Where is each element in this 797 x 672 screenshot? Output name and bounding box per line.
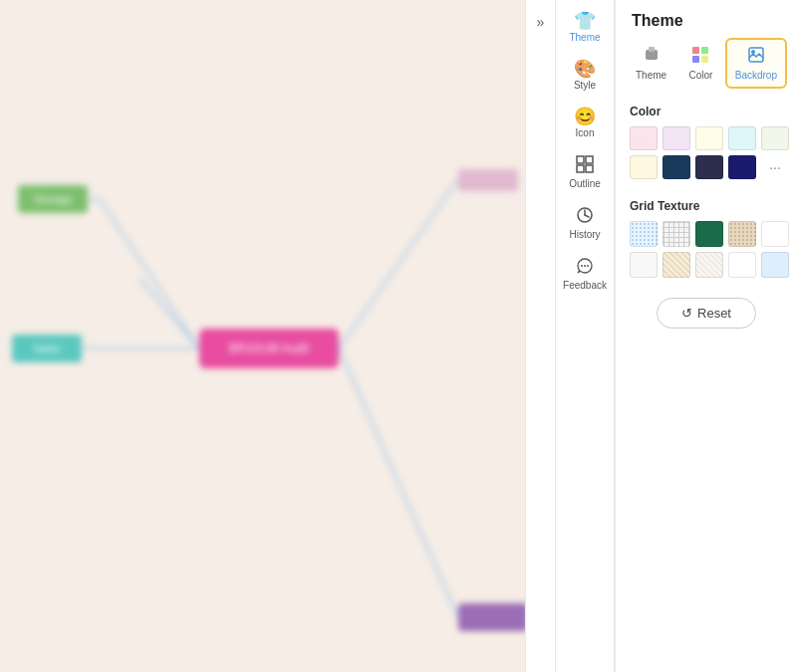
tab-theme-label: Theme <box>636 70 666 81</box>
canvas-area: BR10148 Audit Storage Sales <box>0 0 525 672</box>
tab-color-icon <box>691 46 709 68</box>
svg-rect-21 <box>692 56 699 63</box>
svg-rect-19 <box>692 47 699 54</box>
tab-backdrop-label: Backdrop <box>735 70 777 81</box>
reset-button[interactable]: ↺ Reset <box>657 298 756 329</box>
tab-theme-icon <box>643 46 661 68</box>
color-section: Color ··· <box>616 97 797 191</box>
texture-swatch-grid[interactable] <box>663 221 690 247</box>
outline-icon <box>576 155 594 176</box>
collapse-icon: » <box>537 14 545 30</box>
svg-rect-22 <box>701 56 708 63</box>
sidebar-item-theme[interactable]: 👕 Theme <box>557 4 613 50</box>
storage-node[interactable]: Storage <box>18 185 88 213</box>
texture-swatch-tan[interactable] <box>728 221 756 247</box>
texture-swatch-white[interactable] <box>728 252 756 278</box>
texture-swatch-stripe-tan[interactable] <box>663 252 690 278</box>
svg-point-15 <box>584 265 586 267</box>
right-bottom-node[interactable] <box>458 603 525 631</box>
texture-section-title: Grid Texture <box>630 199 783 213</box>
reset-button-container: ↺ Reset <box>616 290 797 336</box>
color-swatch-3[interactable] <box>728 126 756 150</box>
texture-grid <box>630 221 783 278</box>
svg-line-0 <box>100 199 199 348</box>
history-icon <box>576 206 594 227</box>
feedback-icon <box>576 257 594 278</box>
sidebar-item-icon[interactable]: 😊 Icon <box>557 100 613 145</box>
svg-point-14 <box>581 265 583 267</box>
svg-rect-20 <box>701 47 708 54</box>
sidebar-item-outline[interactable]: Outline <box>557 147 613 196</box>
texture-section: Grid Texture <box>616 191 797 290</box>
sidebar-item-feedback-label: Feedback <box>563 280 607 292</box>
reset-icon: ↺ <box>681 306 692 321</box>
sidebar-item-history-label: History <box>569 229 600 241</box>
color-swatch-1[interactable] <box>663 126 690 150</box>
reset-label: Reset <box>697 306 731 321</box>
tab-row: Theme Color Bac <box>616 38 797 97</box>
sales-node[interactable]: Sales <box>12 335 82 362</box>
color-swatch-more[interactable]: ··· <box>761 155 789 179</box>
tab-backdrop-icon <box>747 46 765 68</box>
tab-color[interactable]: Color <box>678 38 723 89</box>
sidebar-item-icon-label: Icon <box>576 127 595 139</box>
texture-swatch-dots[interactable] <box>630 221 658 247</box>
svg-rect-10 <box>586 165 593 172</box>
texture-swatch-dark-green[interactable] <box>695 221 723 247</box>
color-swatch-6[interactable] <box>663 155 690 179</box>
svg-line-2 <box>139 279 199 348</box>
tab-backdrop[interactable]: Backdrop <box>725 38 787 89</box>
sidebar-item-outline-label: Outline <box>569 178 601 190</box>
mindmap-container: BR10148 Audit Storage Sales <box>0 0 525 672</box>
icon-icon: 😊 <box>574 108 596 125</box>
top-right-node[interactable] <box>458 169 518 191</box>
tab-color-label: Color <box>688 70 712 81</box>
texture-swatch-plain-white[interactable] <box>761 221 789 247</box>
style-icon: 🎨 <box>574 60 596 78</box>
texture-swatch-stripe-light[interactable] <box>695 252 723 278</box>
icon-sidebar: 👕 Theme 🎨 Style 😊 Icon Outline His <box>555 0 615 672</box>
svg-line-3 <box>339 179 458 348</box>
sidebar-item-style[interactable]: 🎨 Style <box>557 52 613 98</box>
texture-swatch-light-blue[interactable] <box>761 252 789 278</box>
svg-rect-9 <box>577 165 584 172</box>
panel-title: Theme <box>616 0 797 38</box>
svg-rect-7 <box>577 156 584 163</box>
color-swatch-8[interactable] <box>728 155 756 179</box>
sidebar-item-style-label: Style <box>574 80 596 92</box>
svg-line-4 <box>339 348 458 617</box>
theme-icon: 👕 <box>574 12 596 30</box>
sidebar-item-feedback[interactable]: Feedback <box>557 249 613 298</box>
sidebar-item-history[interactable]: History <box>557 198 613 247</box>
svg-point-24 <box>751 50 755 54</box>
color-swatch-7[interactable] <box>695 155 723 179</box>
color-swatch-5[interactable] <box>630 155 658 179</box>
color-swatch-0[interactable] <box>630 126 658 150</box>
color-swatch-4[interactable] <box>761 126 789 150</box>
color-swatch-2[interactable] <box>695 126 723 150</box>
svg-rect-18 <box>649 47 655 52</box>
sidebar-collapse-button[interactable]: » <box>525 0 555 672</box>
right-panel: Theme Theme Color <box>615 0 797 672</box>
sidebar-item-theme-label: Theme <box>569 32 600 44</box>
color-section-title: Color <box>630 105 783 118</box>
tab-theme[interactable]: Theme <box>626 38 676 89</box>
svg-line-13 <box>585 215 589 217</box>
svg-point-16 <box>587 265 589 267</box>
svg-rect-8 <box>586 156 593 163</box>
color-grid: ··· <box>630 126 783 179</box>
texture-swatch-plain-light[interactable] <box>630 252 658 278</box>
center-node[interactable]: BR10148 Audit <box>199 329 339 368</box>
